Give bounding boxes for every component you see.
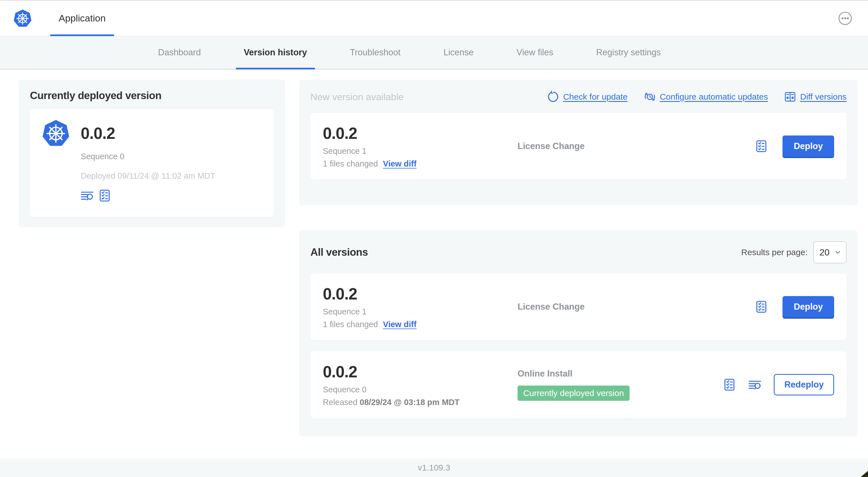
new-version-panel: New version available Check for update bbox=[299, 80, 858, 205]
files-changed-label: 1 files changed bbox=[323, 159, 378, 169]
row-released-timestamp: Released 08/29/24 @ 03:18 pm MDT bbox=[323, 398, 518, 407]
refresh-icon bbox=[547, 91, 559, 103]
check-for-update-link[interactable]: Check for update bbox=[547, 91, 627, 103]
view-diff-link[interactable]: View diff bbox=[383, 320, 416, 329]
currently-deployed-badge: Currently deployed version bbox=[518, 386, 629, 401]
app-subnav: Dashboard Version history Troubleshoot L… bbox=[0, 36, 868, 69]
tab-dashboard[interactable]: Dashboard bbox=[150, 36, 209, 69]
version-source-label: Online Install bbox=[518, 368, 572, 379]
version-source-label: License Change bbox=[518, 302, 585, 311]
tab-version-history[interactable]: Version history bbox=[236, 36, 315, 69]
view-logs-icon[interactable] bbox=[748, 378, 761, 391]
tab-label: Version history bbox=[244, 48, 307, 58]
chevron-down-icon bbox=[834, 249, 841, 256]
tab-label: License bbox=[443, 48, 473, 58]
currently-deployed-panel: Currently deployed version bbox=[19, 80, 285, 228]
all-versions-panel: All versions Results per page: 20 0.0.2 … bbox=[299, 230, 858, 436]
released-timestamp: 08/29/24 @ 03:18 pm MDT bbox=[360, 398, 460, 407]
preflight-checks-icon[interactable] bbox=[723, 378, 736, 391]
currently-deployed-title: Currently deployed version bbox=[30, 90, 274, 101]
configure-automatic-updates-label: Configure automatic updates bbox=[660, 92, 768, 101]
row-sequence-label: Sequence 1 bbox=[323, 147, 518, 156]
update-actions: Check for update bbox=[547, 91, 846, 103]
redeploy-button[interactable]: Redeploy bbox=[774, 374, 834, 395]
tab-label: Troubleshoot bbox=[350, 48, 401, 58]
results-per-page-label: Results per page: bbox=[741, 247, 808, 257]
deploy-button[interactable]: Deploy bbox=[782, 296, 834, 318]
kubernetes-logo-icon bbox=[13, 9, 32, 27]
row-version-number: 0.0.2 bbox=[323, 124, 518, 143]
version-row-sequence-1: 0.0.2 Sequence 1 1 files changed View di… bbox=[310, 273, 846, 340]
new-version-row: 0.0.2 Sequence 1 1 files changed View di… bbox=[310, 113, 846, 180]
diff-icon bbox=[784, 91, 796, 103]
current-sequence-label: Sequence 0 bbox=[81, 152, 261, 161]
current-version-actions bbox=[81, 189, 261, 202]
kubernetes-app-icon bbox=[42, 120, 69, 147]
ellipsis-circle-icon bbox=[838, 11, 852, 25]
view-diff-link[interactable]: View diff bbox=[383, 159, 416, 169]
admin-console-version: v1.109.3 bbox=[417, 463, 450, 473]
version-history-page: Currently deployed version bbox=[0, 69, 868, 458]
tab-label: Registry settings bbox=[596, 48, 661, 58]
tab-view-files[interactable]: View files bbox=[508, 36, 561, 69]
results-per-page-value: 20 bbox=[819, 247, 830, 258]
header-actions bbox=[838, 11, 852, 25]
tab-license[interactable]: License bbox=[435, 36, 482, 69]
more-options-button[interactable] bbox=[838, 11, 852, 25]
current-version-number: 0.0.2 bbox=[81, 124, 115, 143]
tab-registry-settings[interactable]: Registry settings bbox=[588, 36, 669, 69]
app-tab-label: Application bbox=[59, 13, 105, 24]
schedule-update-icon bbox=[644, 91, 656, 103]
currently-deployed-card: 0.0.2 Sequence 0 Deployed 09/11/24 @ 11:… bbox=[30, 109, 274, 217]
current-deployed-timestamp: Deployed 09/11/24 @ 11:02 am MDT bbox=[81, 171, 261, 181]
row-version-number: 0.0.2 bbox=[323, 362, 518, 381]
row-sequence-label: Sequence 0 bbox=[323, 385, 518, 394]
tab-troubleshoot[interactable]: Troubleshoot bbox=[342, 36, 409, 69]
deploy-button[interactable]: Deploy bbox=[782, 136, 834, 157]
diff-versions-label: Diff versions bbox=[800, 92, 846, 101]
app-tab-application[interactable]: Application bbox=[50, 1, 114, 36]
version-row-sequence-0: 0.0.2 Sequence 0 Released 08/29/24 @ 03:… bbox=[310, 351, 846, 418]
configure-automatic-updates-link[interactable]: Configure automatic updates bbox=[644, 91, 768, 103]
app-header: Application bbox=[0, 1, 868, 36]
version-source-label: License Change bbox=[518, 141, 585, 151]
version-history-main: New version available Check for update bbox=[299, 80, 858, 436]
diff-versions-link[interactable]: Diff versions bbox=[784, 91, 846, 103]
tab-label: View files bbox=[517, 48, 553, 58]
row-version-number: 0.0.2 bbox=[323, 285, 518, 303]
all-versions-title: All versions bbox=[310, 246, 368, 258]
results-per-page-select[interactable]: 20 bbox=[813, 241, 846, 263]
new-version-title: New version available bbox=[310, 91, 404, 102]
preflight-checks-icon[interactable] bbox=[755, 300, 768, 313]
released-prefix: Released bbox=[323, 398, 358, 407]
app-footer: v1.109.3 bbox=[0, 458, 868, 477]
preflight-checks-icon[interactable] bbox=[755, 140, 768, 153]
files-changed-label: 1 files changed bbox=[323, 320, 378, 329]
row-sequence-label: Sequence 1 bbox=[323, 307, 518, 317]
check-for-update-label: Check for update bbox=[563, 92, 627, 101]
results-per-page-group: Results per page: 20 bbox=[741, 241, 846, 263]
tab-label: Dashboard bbox=[158, 48, 201, 58]
view-logs-icon[interactable] bbox=[81, 189, 94, 202]
preflight-checks-icon[interactable] bbox=[98, 189, 111, 202]
